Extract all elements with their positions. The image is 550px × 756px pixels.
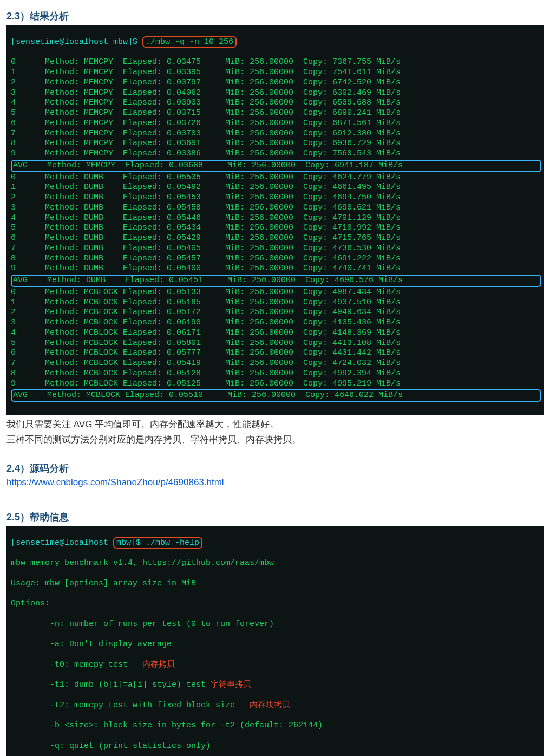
terminal-data-row: 7 Method: DUMB Elapsed: 0.05405 MiB: 256… (9, 244, 544, 254)
terminal-output-1: [sensetime@localhost mbw]$ ./mbw -q -n 1… (6, 25, 544, 415)
terminal-data-row: 9 Method: MEMCPY Elapsed: 0.03386 MiB: 2… (9, 149, 544, 159)
terminal-output-2: [sensetime@localhost mbw]$ ./mbw -help m… (6, 526, 544, 756)
terminal-data-row: 6 Method: MCBLOCK Elapsed: 0.05777 MiB: … (9, 348, 544, 359)
terminal-data-row: 7 Method: MCBLOCK Elapsed: 0.05419 MiB: … (9, 359, 544, 369)
prompt-text: [sensetime@localhost mbw]$ (11, 37, 142, 47)
help-opt-n: -n: number of runs per test (0 to run fo… (9, 620, 544, 630)
opt-t0-text: -t0: memcpy test (11, 660, 128, 669)
help-opt-t0: -t0: memcpy test 内存拷贝 (9, 660, 544, 670)
anno-mcblock: 内存块拷贝 (235, 701, 290, 710)
terminal-data-row: 5 Method: MCBLOCK Elapsed: 0.05801 MiB: … (9, 338, 544, 349)
help-line: Options: (9, 599, 544, 609)
help-command-highlight: mbw]$ ./mbw -help (113, 537, 202, 549)
terminal-data-row: 3 Method: DUMB Elapsed: 0.05458 MiB: 256… (9, 203, 544, 213)
opt-t1-text: -t1: dumb (b[i]=a[i] style) test (11, 680, 206, 689)
terminal-data-row: 5 Method: MEMCPY Elapsed: 0.03715 MiB: 2… (9, 108, 544, 119)
section-heading-2-3: 2.3）结果分析 (6, 10, 544, 23)
command-highlight: ./mbw -q -n 10 256 (142, 36, 237, 48)
terminal-prompt-row: [sensetime@localhost mbw]$ ./mbw -q -n 1… (9, 37, 544, 48)
opt-t2-text: -t2: memcpy test with fixed block size (11, 701, 235, 710)
terminal-data-row: 1 Method: DUMB Elapsed: 0.05492 MiB: 256… (9, 183, 544, 193)
terminal-data-row: 2 Method: MEMCPY Elapsed: 0.03797 MiB: 2… (9, 78, 544, 88)
section-heading-2-4: 2.4）源码分析 (6, 462, 544, 475)
terminal-avg-row: AVG Method: MCBLOCK Elapsed: 0.05510 MiB… (11, 389, 541, 402)
help-opt-a: -a: Don't display average (9, 640, 544, 650)
terminal-data-row: 0 Method: MCBLOCK Elapsed: 0.05133 MiB: … (9, 288, 544, 298)
help-line: mbw memory benchmark v1.4, https://githu… (9, 558, 544, 569)
help-opt-t2: -t2: memcpy test with fixed block size 内… (9, 701, 544, 711)
terminal-avg-row: AVG Method: MEMCPY Elapsed: 0.03688 MiB:… (11, 160, 541, 172)
terminal-data-row: 0 Method: MEMCPY Elapsed: 0.03475 MiB: 2… (9, 57, 544, 68)
help-opt-t1: -t1: dumb (b[i]=a[i] style) test 字符串拷贝 (9, 680, 544, 690)
help-line: Usage: mbw [options] array_size_in_MiB (9, 579, 544, 589)
terminal-data-row: 0 Method: DUMB Elapsed: 0.05535 MiB: 256… (9, 173, 544, 183)
help-prompt-row: [sensetime@localhost mbw]$ ./mbw -help (9, 538, 544, 549)
terminal-data-row: 2 Method: DUMB Elapsed: 0.05453 MiB: 256… (9, 193, 544, 203)
terminal-data-row: 8 Method: MCBLOCK Elapsed: 0.05128 MiB: … (9, 369, 544, 379)
terminal-data-row: 4 Method: MEMCPY Elapsed: 0.03933 MiB: 2… (9, 98, 544, 108)
terminal-data-row: 4 Method: DUMB Elapsed: 0.05446 MiB: 256… (9, 213, 544, 224)
terminal-data-row: 1 Method: MCBLOCK Elapsed: 0.05185 MiB: … (9, 298, 544, 308)
terminal-data-row: 6 Method: MEMCPY Elapsed: 0.03726 MiB: 2… (9, 119, 544, 129)
terminal-data-row: 2 Method: MCBLOCK Elapsed: 0.05172 MiB: … (9, 308, 544, 318)
analysis-text-1: 我们只需要关注 AVG 平均值即可。内存分配速率越大，性能越好。 (6, 418, 544, 432)
help-opt-q: -q: quiet (print statistics only) (9, 741, 544, 752)
terminal-data-row: 8 Method: DUMB Elapsed: 0.05457 MiB: 256… (9, 254, 544, 264)
anno-memcpy: 内存拷贝 (128, 660, 175, 669)
anno-dumb: 字符串拷贝 (206, 680, 251, 689)
terminal-data-row: 8 Method: MEMCPY Elapsed: 0.03691 MiB: 2… (9, 139, 544, 149)
terminal-avg-row: AVG Method: DUMB Elapsed: 0.05451 MiB: 2… (11, 275, 541, 287)
terminal-data-row: 6 Method: DUMB Elapsed: 0.05429 MiB: 256… (9, 233, 544, 244)
help-opt-b: -b <size>: block size in bytes for -t2 (… (9, 721, 544, 731)
terminal-data-row: 1 Method: MEMCPY Elapsed: 0.03395 MiB: 2… (9, 68, 544, 78)
prompt-left: [sensetime@localhost (11, 538, 113, 548)
section-heading-2-5: 2.5）帮助信息 (6, 511, 544, 524)
terminal-data-row: 4 Method: MCBLOCK Elapsed: 0.06171 MiB: … (9, 328, 544, 338)
source-link[interactable]: https://www.cnblogs.com/ShaneZhou/p/4690… (6, 477, 224, 487)
terminal-data-row: 3 Method: MCBLOCK Elapsed: 0.06190 MiB: … (9, 318, 544, 328)
terminal-data-row: 7 Method: MEMCPY Elapsed: 0.03703 MiB: 2… (9, 129, 544, 139)
terminal-data-row: 9 Method: MCBLOCK Elapsed: 0.05125 MiB: … (9, 379, 544, 389)
analysis-text-2: 三种不同的测试方法分别对应的是内存拷贝、字符串拷贝、内存块拷贝。 (6, 433, 544, 447)
terminal-data-row: 5 Method: DUMB Elapsed: 0.05434 MiB: 256… (9, 223, 544, 233)
terminal-data-row: 9 Method: DUMB Elapsed: 0.05400 MiB: 256… (9, 264, 544, 274)
terminal-data-row: 3 Method: MEMCPY Elapsed: 0.04062 MiB: 2… (9, 88, 544, 99)
